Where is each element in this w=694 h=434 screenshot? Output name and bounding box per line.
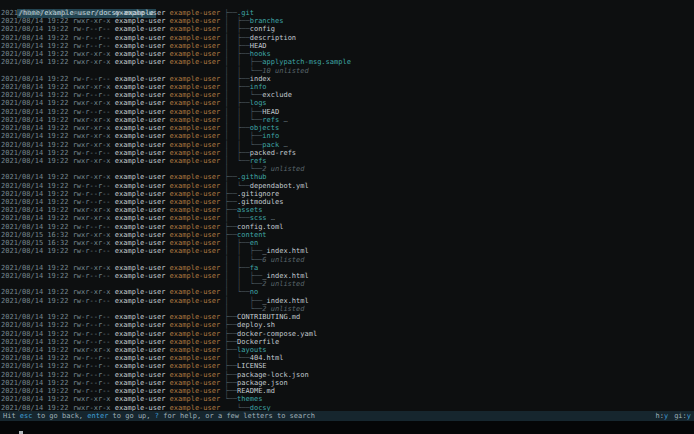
tree-row[interactable]: 2021/08/14 19:22 rwxr-xr-x example-user … xyxy=(1,404,694,412)
file-name: package-lock.json xyxy=(237,371,309,379)
tree-row[interactable]: 2021/08/14 19:22 rw-r--r-- example-user … xyxy=(1,34,694,42)
file-owner: example-user xyxy=(115,404,170,412)
tree-row[interactable]: 2021/08/14 19:22 rw-r--r-- example-user … xyxy=(1,223,694,231)
file-datetime: 2021/08/14 19:22 xyxy=(1,83,73,91)
tree-row[interactable]: 2021/08/14 19:22 rwxr-xr-x example-user … xyxy=(1,173,694,181)
file-owner: example-user xyxy=(115,264,170,272)
flag-label: gi: xyxy=(674,412,687,420)
tree-row[interactable]: 2021/08/14 19:22 rw-r--r-- example-user … xyxy=(1,371,694,379)
file-group: example-user xyxy=(170,297,225,305)
tree-row[interactable]: 2021/08/14 19:22 rwxr-xr-x example-user … xyxy=(1,58,694,66)
tree-row[interactable]: 2021/08/14 19:22 rwxr-xr-x example-user … xyxy=(1,264,694,272)
tree-branch-glyph: ├── xyxy=(224,362,237,370)
tree-branch-glyph: │ ├── xyxy=(224,75,249,83)
tree-row[interactable]: 2021/08/14 19:22 rw-r--r-- example-user … xyxy=(1,190,694,198)
file-datetime: 2021/08/14 19:22 xyxy=(1,190,73,198)
file-owner: example-user xyxy=(115,182,170,190)
file-datetime: 2021/08/14 19:22 xyxy=(1,34,73,42)
tree-branch-glyph: │ │ ├── xyxy=(224,272,262,280)
file-name: deploy.sh xyxy=(237,321,275,329)
unlisted-count: 6 unlisted xyxy=(262,256,304,264)
tree-row[interactable]: 2021/08/14 19:22 rwxr-xr-x example-user … xyxy=(1,214,694,222)
file-datetime: 2021/08/14 19:22 xyxy=(1,404,73,412)
directory-name: .github xyxy=(237,173,267,181)
tree-row[interactable]: 2021/08/14 19:22 rwxr-xr-x example-user … xyxy=(1,141,694,149)
tree-branch-glyph: │ ├── xyxy=(224,239,249,247)
file-owner: example-user xyxy=(115,116,170,124)
tree-row[interactable]: 2021/08/14 19:22 rwxr-xr-x example-user … xyxy=(1,157,694,165)
directory-name: info xyxy=(262,132,279,140)
file-name: docker-compose.yaml xyxy=(237,330,317,338)
hint-key: enter xyxy=(87,412,108,420)
tree-row[interactable]: 2021/08/14 19:22 rw-r--r-- example-user … xyxy=(1,108,694,116)
file-owner: example-user xyxy=(115,149,170,157)
hint-text-segment: to go back, xyxy=(33,412,88,420)
tree-row[interactable]: 2021/08/14 19:22 rwxr-xr-x example-user … xyxy=(1,116,694,124)
flag-value: y xyxy=(664,412,668,420)
tree-row[interactable]: 2021/08/14 19:22 rw-r--r-- example-user … xyxy=(1,25,694,33)
tree-row[interactable]: 2021/08/14 19:22 rw-r--r-- example-user … xyxy=(1,247,694,255)
file-datetime: 2021/08/14 19:22 xyxy=(1,214,73,222)
file-permissions: rw-r--r-- xyxy=(73,190,115,198)
file-permissions: rw-r--r-- xyxy=(73,42,115,50)
file-datetime: 2021/08/14 19:22 xyxy=(1,157,73,165)
file-group: example-user xyxy=(170,99,225,107)
tree-row[interactable]: 2021/08/14 19:22 rw-r--r-- example-user … xyxy=(1,75,694,83)
search-input[interactable] xyxy=(0,421,694,434)
tree-branch-glyph: │ ├── xyxy=(224,297,262,305)
file-group: example-user xyxy=(170,141,225,149)
tree-row[interactable]: 2021/08/14 19:22 rw-r--r-- example-user … xyxy=(1,42,694,50)
file-permissions: rwxr-xr-x xyxy=(73,239,115,247)
tree-row[interactable]: 2021/08/14 19:22 rwxr-xr-x example-user … xyxy=(1,9,694,17)
tree-row[interactable]: 2021/08/14 19:22 rwxr-xr-x example-user … xyxy=(1,132,694,140)
file-owner: example-user xyxy=(115,239,170,247)
tree-row[interactable]: 2021/08/14 19:22 rw-r--r-- example-user … xyxy=(1,272,694,280)
tree-row[interactable]: 2021/08/14 19:22 rw-r--r-- example-user … xyxy=(1,362,694,370)
file-name: Dockerfile xyxy=(237,338,279,346)
file-group: example-user xyxy=(170,124,225,132)
file-group: example-user xyxy=(170,50,225,58)
tree-row-unlisted: │ │ └──6 unlisted xyxy=(1,256,694,264)
file-owner: example-user xyxy=(115,173,170,181)
file-owner: example-user xyxy=(115,50,170,58)
file-owner: example-user xyxy=(115,395,170,403)
tree-row[interactable]: 2021/08/14 19:22 rw-r--r-- example-user … xyxy=(1,338,694,346)
tree-row[interactable]: 2021/08/14 19:22 rw-r--r-- example-user … xyxy=(1,297,694,305)
file-owner: example-user xyxy=(115,214,170,222)
tree-branch-glyph: │ │ ├── xyxy=(224,108,262,116)
file-datetime: 2021/08/14 19:22 xyxy=(1,362,73,370)
tree-branch-glyph: ├── xyxy=(224,198,237,206)
file-group: example-user xyxy=(170,223,225,231)
tree-row[interactable]: 2021/08/15 16:32 rwxr-xr-x example-user … xyxy=(1,231,694,239)
tree-row[interactable]: 2021/08/14 19:22 rw-r--r-- example-user … xyxy=(1,330,694,338)
file-owner: example-user xyxy=(115,157,170,165)
tree-row[interactable]: 2021/08/14 19:22 rw-r--r-- example-user … xyxy=(1,379,694,387)
file-datetime: 2021/08/14 19:22 xyxy=(1,223,73,231)
tree-row[interactable]: 2021/08/14 19:22 rwxr-xr-x example-user … xyxy=(1,395,694,403)
tree-row[interactable]: 2021/08/14 19:22 rwxr-xr-x example-user … xyxy=(1,346,694,354)
path-bar: /home/example-user/docsy-example xyxy=(0,0,694,9)
file-name: .gitignore xyxy=(237,190,279,198)
tree-branch-glyph: ├── xyxy=(224,321,237,329)
file-datetime: 2021/08/14 19:22 xyxy=(1,346,73,354)
tree-branch-glyph: │ │ ├── xyxy=(224,247,262,255)
file-datetime: 2021/08/14 19:22 xyxy=(1,371,73,379)
file-datetime: 2021/08/14 19:22 xyxy=(1,379,73,387)
tree-row[interactable]: 2021/08/14 19:22 rw-r--r-- example-user … xyxy=(1,321,694,329)
file-owner: example-user xyxy=(115,379,170,387)
truncated-ellipsis: … xyxy=(279,116,287,124)
unlisted-count: 2 unlisted xyxy=(262,280,304,288)
file-permissions: rw-r--r-- xyxy=(73,108,115,116)
file-permissions: rwxr-xr-x xyxy=(73,395,115,403)
directory-name: logs xyxy=(250,99,267,107)
tree-branch-glyph: │ └── xyxy=(224,288,249,296)
unlisted-count: 2 unlisted xyxy=(262,165,304,173)
tree-row[interactable]: 2021/08/14 19:22 rwxr-xr-x example-user … xyxy=(1,288,694,296)
tree-row[interactable]: 2021/08/14 19:22 rwxr-xr-x example-user … xyxy=(1,83,694,91)
file-datetime: 2021/08/14 19:22 xyxy=(1,321,73,329)
tree-row[interactable]: 2021/08/14 19:22 rwxr-xr-x example-user … xyxy=(1,99,694,107)
tree-row[interactable]: 2021/08/14 19:22 rw-r--r-- example-user … xyxy=(1,149,694,157)
file-permissions: rwxr-xr-x xyxy=(73,214,115,222)
directory-name: info xyxy=(250,83,267,91)
tree-row[interactable]: 2021/08/14 19:22 rw-r--r-- example-user … xyxy=(1,182,694,190)
